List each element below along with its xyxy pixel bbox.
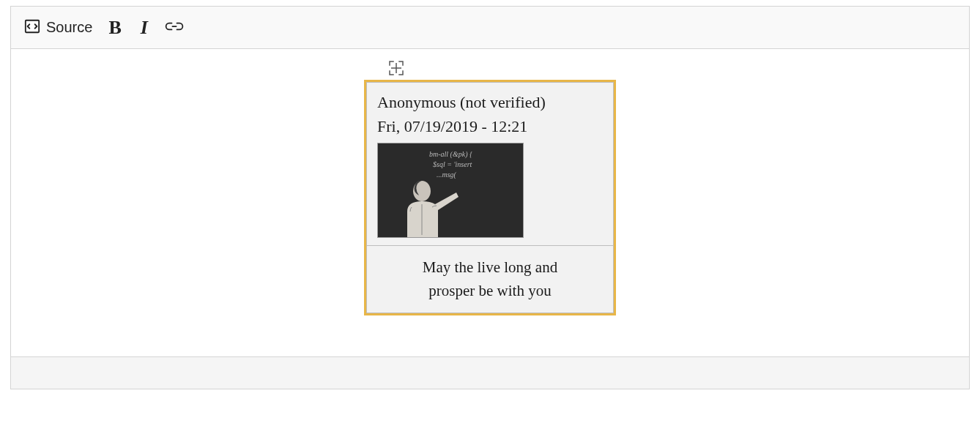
thumbnail-image: bm-all (&pk) { $sql = 'insert ...msg( [377,143,524,238]
italic-button[interactable]: I [138,18,151,37]
editor-content[interactable]: Anonymous (not verified) Fri, 07/19/2019… [11,49,969,356]
source-icon [24,18,40,37]
editor-footer [11,356,969,389]
date-text: Fri, 07/19/2019 - 12:21 [377,114,603,138]
person-figure [394,175,460,237]
embedded-block[interactable]: Anonymous (not verified) Fri, 07/19/2019… [364,80,616,315]
source-button[interactable]: Source [24,18,92,37]
link-button[interactable] [164,20,185,35]
editor-wrapper: Source B I [10,6,970,389]
bold-button[interactable]: B [105,18,124,37]
author-text: Anonymous (not verified) [377,90,603,114]
source-label: Source [46,19,92,36]
editor-toolbar: Source B I [11,7,969,49]
caption-line-2: prosper be with you [382,280,598,303]
move-handle-icon[interactable] [387,59,405,77]
block-caption-cell: May the live long and prosper be with yo… [366,246,614,313]
block-header-cell: Anonymous (not verified) Fri, 07/19/2019… [366,82,614,246]
link-icon [164,20,185,35]
caption-line-1: May the live long and [382,256,598,280]
